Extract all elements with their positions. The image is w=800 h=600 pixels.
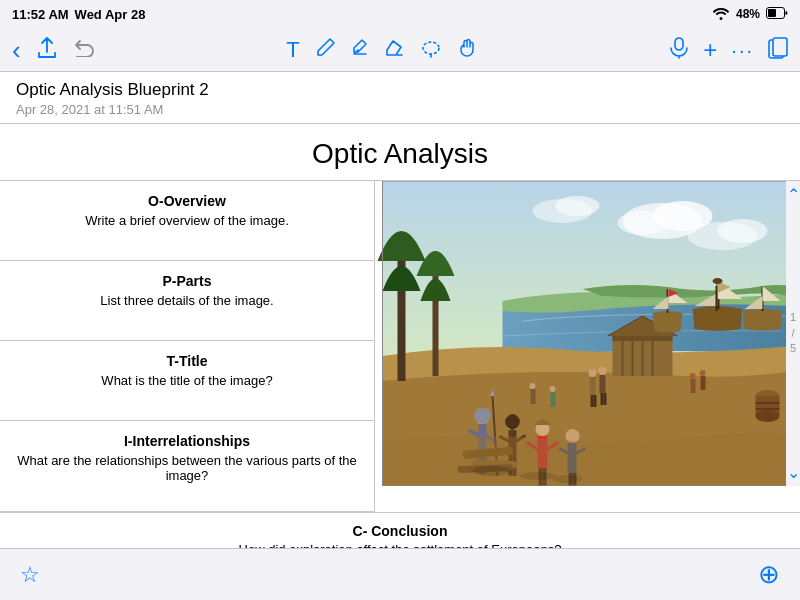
share-button[interactable] (37, 37, 57, 63)
pen-tool-button[interactable] (314, 37, 336, 63)
svg-point-52 (530, 383, 536, 389)
svg-point-68 (473, 466, 513, 476)
eraser-tool-button[interactable] (384, 37, 406, 63)
optic-table: O-Overview Write a brief overview of the… (0, 181, 375, 512)
scroll-down-button[interactable]: ⌄ (787, 463, 800, 482)
more-button[interactable]: ··· (731, 40, 754, 60)
svg-point-25 (713, 278, 723, 284)
parts-label: P-Parts (16, 273, 358, 289)
lasso-tool-button[interactable] (420, 37, 442, 63)
svg-rect-51 (604, 393, 607, 405)
svg-rect-49 (600, 375, 606, 393)
bottom-bar: ☆ ⊕ (0, 548, 800, 600)
back-button[interactable]: ‹ (12, 37, 21, 63)
parts-desc: List three details of the image. (16, 293, 358, 308)
main-content: Optic Analysis O-Overview Write a brief … (0, 124, 800, 600)
conclusion-label: C- Conclusion (16, 523, 784, 539)
battery-icon (766, 7, 788, 22)
overview-desc: Write a brief overview of the image. (16, 213, 358, 228)
time-display: 11:52 AM (12, 7, 69, 22)
svg-rect-47 (594, 395, 597, 407)
add-button[interactable]: + (703, 38, 717, 62)
scroll-indicator: ⌃ 1 / 5 ⌄ (786, 181, 800, 486)
page-indicator: 1 / 5 (790, 310, 796, 356)
battery-display: 48% (736, 7, 760, 21)
svg-rect-53 (531, 389, 536, 404)
interrelationships-desc: What are the relationships between the v… (16, 453, 358, 483)
colonial-painting (375, 181, 800, 486)
image-area: ⌃ 1 / 5 ⌄ (375, 181, 800, 512)
mic-button[interactable] (669, 37, 689, 63)
toolbar: ‹ T (0, 28, 800, 72)
pages-button[interactable] (768, 37, 788, 63)
svg-rect-1 (768, 9, 776, 17)
svg-rect-17 (613, 336, 673, 341)
optic-row-title: T-Title What is the title of the image? (0, 341, 374, 421)
page-separator: / (790, 326, 796, 341)
add-page-button[interactable]: ⊕ (758, 559, 780, 590)
svg-point-48 (599, 367, 607, 375)
svg-point-2 (423, 42, 439, 54)
current-page: 1 (790, 310, 796, 325)
svg-point-70 (553, 475, 583, 483)
svg-rect-5 (773, 38, 787, 56)
hand-tool-button[interactable] (456, 37, 478, 63)
content-area: O-Overview Write a brief overview of the… (0, 181, 800, 512)
total-pages: 5 (790, 341, 796, 356)
svg-rect-45 (590, 377, 596, 395)
optic-row-overview: O-Overview Write a brief overview of the… (0, 181, 374, 261)
status-bar: 11:52 AM Wed Apr 28 48% (0, 0, 800, 28)
bookmark-button[interactable]: ☆ (20, 562, 40, 588)
document-header: Optic Analysis Blueprint 2 Apr 28, 2021 … (0, 72, 800, 124)
interrelationships-label: I-Interrelationships (16, 433, 358, 449)
svg-rect-24 (716, 286, 718, 311)
svg-point-56 (690, 373, 696, 379)
date-display: Wed Apr 28 (75, 7, 146, 22)
svg-rect-55 (551, 392, 556, 407)
svg-rect-3 (675, 38, 683, 50)
svg-point-54 (550, 386, 556, 392)
title-desc: What is the title of the image? (16, 373, 358, 388)
highlighter-tool-button[interactable] (350, 38, 370, 62)
svg-rect-50 (601, 393, 604, 405)
overview-label: O-Overview (16, 193, 358, 209)
svg-point-11 (718, 219, 768, 243)
document-title: Optic Analysis Blueprint 2 (16, 80, 784, 100)
svg-point-9 (618, 211, 668, 235)
svg-rect-59 (701, 376, 706, 390)
svg-point-13 (556, 196, 600, 216)
undo-button[interactable] (73, 39, 95, 61)
svg-point-65 (756, 410, 780, 422)
text-tool-button[interactable]: T (286, 39, 299, 61)
title-label: T-Title (16, 353, 358, 369)
svg-rect-57 (691, 379, 696, 393)
wifi-icon (712, 6, 730, 23)
svg-point-69 (520, 472, 556, 480)
svg-point-58 (700, 370, 706, 376)
svg-rect-46 (591, 395, 594, 407)
svg-point-44 (589, 369, 597, 377)
scroll-up-button[interactable]: ⌃ (787, 185, 800, 204)
document-date: Apr 28, 2021 at 11:51 AM (16, 102, 784, 117)
optic-row-parts: P-Parts List three details of the image. (0, 261, 374, 341)
optic-row-interrelationships: I-Interrelationships What are the relati… (0, 421, 374, 511)
page-title: Optic Analysis (0, 124, 800, 181)
